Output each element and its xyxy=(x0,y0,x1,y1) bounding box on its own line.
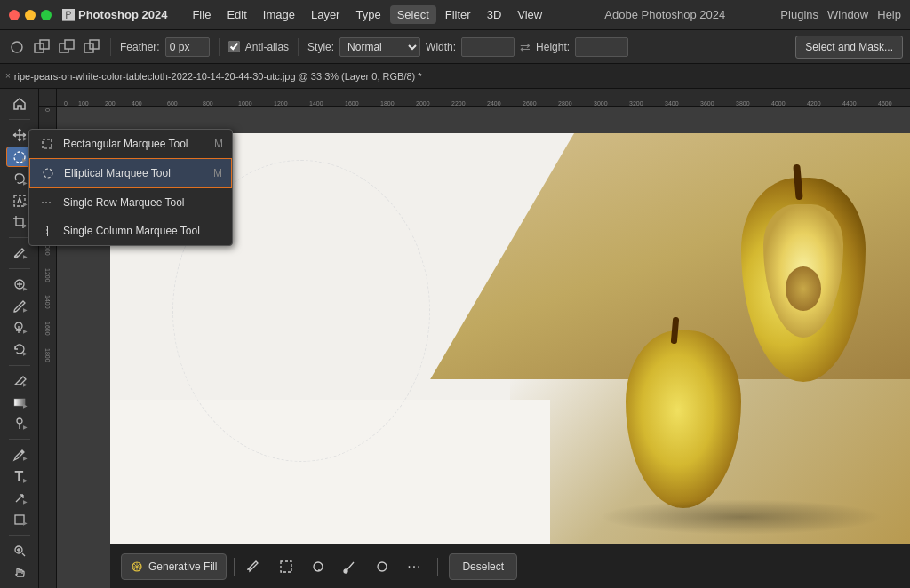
select-mask-button[interactable]: Select and Mask... xyxy=(795,36,903,59)
traffic-lights xyxy=(9,10,52,20)
menu-3d[interactable]: 3D xyxy=(480,5,509,24)
menu-edit[interactable]: Edit xyxy=(220,5,253,24)
single-row-icon xyxy=(38,194,56,211)
svg-point-13 xyxy=(17,418,22,424)
ellip-marquee-shortcut: M xyxy=(213,167,222,179)
path-select-tool[interactable]: ▶ xyxy=(6,489,33,508)
ellip-marquee-label: Elliptical Marquee Tool xyxy=(64,167,206,179)
svg-rect-5 xyxy=(84,44,93,52)
tab-bar: × ripe-pears-on-white-color-tablecloth-2… xyxy=(0,64,910,89)
single-row-marquee-item[interactable]: Single Row Marquee Tool xyxy=(29,188,232,217)
tab-label[interactable]: ripe-pears-on-white-color-tablecloth-202… xyxy=(14,71,422,82)
circle-select-button[interactable] xyxy=(306,554,331,579)
hand-tool[interactable] xyxy=(6,563,33,583)
generative-fill-button[interactable]: Generative Fill xyxy=(121,553,227,580)
menu-help[interactable]: Help xyxy=(877,8,901,21)
antialias-checkbox[interactable] xyxy=(228,41,240,52)
type-tool[interactable]: T ▶ xyxy=(6,466,33,486)
rect-marquee-label: Rectangular Marquee Tool xyxy=(63,138,207,150)
history-brush-arrow: ▶ xyxy=(23,350,32,359)
shape-arrow: ▶ xyxy=(23,520,32,528)
height-input[interactable] xyxy=(575,37,628,57)
elliptical-marquee-item[interactable]: Elliptical Marquee Tool M xyxy=(29,158,232,188)
width-label: Width: xyxy=(426,41,456,53)
svg-point-14 xyxy=(20,451,23,454)
width-input[interactable] xyxy=(461,37,515,57)
eraser-arrow: ▶ xyxy=(23,381,32,390)
toolbar-divider-2 xyxy=(9,237,30,238)
intersect-selection-icon[interactable] xyxy=(82,37,101,57)
menu-image[interactable]: Image xyxy=(256,5,302,24)
toolbar-divider-5 xyxy=(9,439,30,440)
sparkle-icon xyxy=(131,560,143,573)
single-col-marquee-item[interactable]: Single Column Marquee Tool xyxy=(29,217,232,245)
eyedropper-arrow: ▶ xyxy=(23,253,32,262)
single-col-icon xyxy=(38,222,56,240)
single-row-label: Single Row Marquee Tool xyxy=(63,196,223,209)
toolbar-divider-3 xyxy=(9,268,30,269)
menu-plugins[interactable]: Plugins xyxy=(780,8,818,21)
titlebar: 🅿 Photoshop 2024 File Edit Image Layer T… xyxy=(0,0,910,30)
history-brush-tool[interactable]: ▶ xyxy=(6,339,33,359)
style-select[interactable]: Normal Fixed Ratio Fixed Size xyxy=(339,37,420,57)
eraser-tool[interactable]: ▶ xyxy=(6,370,33,390)
add-selection-icon[interactable] xyxy=(32,37,52,57)
eyedropper-tool[interactable]: ▶ xyxy=(6,243,33,263)
single-col-label: Single Column Marquee Tool xyxy=(63,225,223,237)
menu-type[interactable]: Type xyxy=(348,5,387,24)
marquee-tool-dropdown: Rectangular Marquee Tool M Elliptical Ma… xyxy=(28,129,233,246)
clone-stamp-tool[interactable]: ▶ xyxy=(6,318,33,338)
separator-3 xyxy=(298,38,299,56)
svg-rect-18 xyxy=(281,561,291,572)
rect-marquee-shortcut: M xyxy=(214,138,223,150)
rect-select-button[interactable] xyxy=(274,554,299,579)
deselect-button[interactable]: Deselect xyxy=(449,553,517,580)
home-tool[interactable] xyxy=(6,94,33,114)
brush-small-button[interactable] xyxy=(242,554,267,579)
more-options-button[interactable]: ··· xyxy=(402,554,427,579)
close-button[interactable] xyxy=(9,10,20,20)
toolbar-divider-6 xyxy=(9,535,30,536)
brush-tool[interactable]: ▶ xyxy=(6,297,33,316)
pen-tool[interactable]: ▶ xyxy=(6,445,33,465)
circle-outline-button[interactable] xyxy=(370,554,395,579)
minimize-button[interactable] xyxy=(25,10,36,20)
rect-marquee-icon xyxy=(38,135,56,153)
rectangular-marquee-item[interactable]: Rectangular Marquee Tool M xyxy=(29,130,232,158)
app-name: Photoshop 2024 xyxy=(78,8,167,21)
fill-arrow-button[interactable] xyxy=(338,554,363,579)
svg-point-21 xyxy=(344,569,347,573)
shape-tool[interactable]: ▶ xyxy=(6,510,33,529)
toolbar-divider-4 xyxy=(9,365,30,366)
swap-icon[interactable]: ⇄ xyxy=(520,40,531,54)
app-logo: 🅿 xyxy=(62,8,75,22)
svg-rect-1 xyxy=(35,44,44,52)
svg-point-0 xyxy=(12,42,22,52)
feather-input[interactable] xyxy=(165,37,210,57)
tab-close-icon[interactable]: × xyxy=(5,71,11,81)
menu-file[interactable]: File xyxy=(185,5,218,24)
feather-label: Feather: xyxy=(120,41,160,53)
subtract-selection-icon[interactable] xyxy=(57,37,76,57)
menu-window[interactable]: Window xyxy=(827,8,868,21)
separator-2 xyxy=(219,38,220,56)
menu-filter[interactable]: Filter xyxy=(438,5,478,24)
window-title: Adobe Photoshop 2024 xyxy=(549,8,780,21)
dodge-arrow: ▶ xyxy=(23,424,32,433)
maximize-button[interactable] xyxy=(41,10,52,20)
heal-tool[interactable]: ▶ xyxy=(6,274,33,294)
menu-layer[interactable]: Layer xyxy=(304,5,347,24)
menu-view[interactable]: View xyxy=(510,5,549,24)
new-selection-icon[interactable] xyxy=(7,37,27,57)
titlebar-right-menus: Plugins Window Help xyxy=(780,8,901,21)
menu-select[interactable]: Select xyxy=(390,5,436,24)
ruler-corner xyxy=(39,89,57,107)
dodge-tool[interactable]: ▶ xyxy=(6,414,33,433)
svg-point-22 xyxy=(378,562,387,571)
svg-point-24 xyxy=(44,169,52,178)
bottom-separator-1 xyxy=(234,558,235,576)
gradient-tool[interactable]: ▶ xyxy=(6,393,33,412)
zoom-tool[interactable] xyxy=(6,541,33,560)
menu-bar: File Edit Image Layer Type Select Filter… xyxy=(185,5,549,24)
svg-rect-2 xyxy=(40,40,49,49)
